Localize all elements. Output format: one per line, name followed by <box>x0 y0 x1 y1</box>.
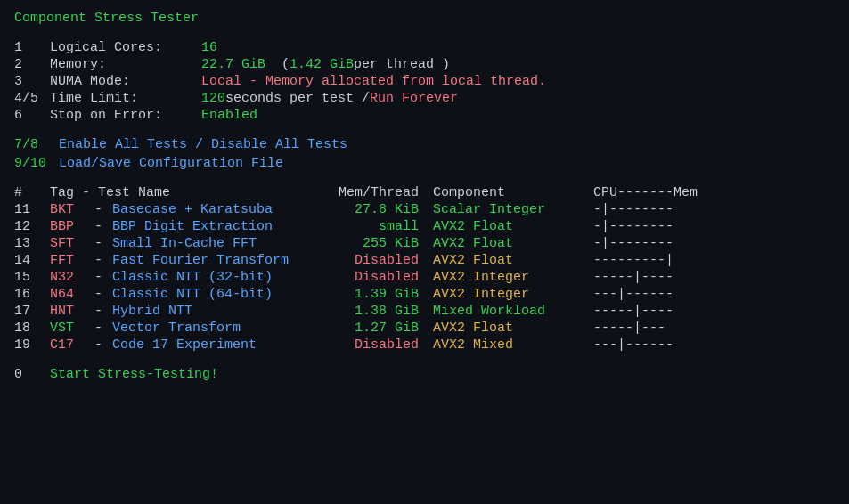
line-num-3: 3 <box>14 74 50 89</box>
row-dash-15: - <box>94 270 112 285</box>
config-label-6: Stop on Error: <box>50 108 201 123</box>
config-value-2b: ( <box>265 57 290 72</box>
row-mem-18: 1.27 GiB <box>326 321 433 336</box>
table-row[interactable]: 11 BKT - Basecase + Karatsuba 27.8 KiB S… <box>14 202 835 217</box>
config-value-45b: seconds per test / <box>225 91 370 106</box>
row-mem-14: Disabled <box>326 253 433 268</box>
row-dash-17: - <box>94 304 112 319</box>
row-comp-16: AVX2 Integer <box>433 287 593 302</box>
menu-num-78: 7/8 <box>14 137 59 152</box>
config-value-2c: 1.42 GiB <box>290 57 354 72</box>
start-num: 0 <box>14 367 50 382</box>
config-value-2a: 22.7 GiB <box>201 57 265 72</box>
row-comp-17: Mixed Workload <box>433 304 593 319</box>
line-num-2: 2 <box>14 57 50 72</box>
row-name-16: Classic NTT (64-bit) <box>112 287 326 302</box>
table-row[interactable]: 17 HNT - Hybrid NTT 1.38 GiB Mixed Workl… <box>14 304 835 319</box>
row-num-18: 18 <box>14 321 50 336</box>
table-row[interactable]: 14 FFT - Fast Fourier Transform Disabled… <box>14 253 835 268</box>
row-tag-11: BKT <box>50 202 94 217</box>
row-num-12: 12 <box>14 219 50 234</box>
row-tag-14: FFT <box>50 253 94 268</box>
row-name-11: Basecase + Karatsuba <box>112 202 326 217</box>
row-tag-15: N32 <box>50 270 94 285</box>
row-num-14: 14 <box>14 253 50 268</box>
row-tag-19: C17 <box>50 337 94 353</box>
table-row[interactable]: 13 SFT - Small In-Cache FFT 255 KiB AVX2… <box>14 236 835 251</box>
row-mem-16: 1.39 GiB <box>326 287 433 302</box>
row-mem-17: 1.38 GiB <box>326 304 433 319</box>
table-row[interactable]: 16 N64 - Classic NTT (64-bit) 1.39 GiB A… <box>14 287 835 302</box>
table-row[interactable]: 12 BBP - BBP Digit Extraction small AVX2… <box>14 219 835 234</box>
row-cpu-12: -|-------- <box>593 219 736 234</box>
line-num-1: 1 <box>14 40 50 55</box>
row-comp-19: AVX2 Mixed <box>433 337 593 353</box>
row-comp-11: Scalar Integer <box>433 202 593 217</box>
menu-section: 7/8 Enable All Tests / Disable All Tests… <box>14 137 835 171</box>
row-tag-16: N64 <box>50 287 94 302</box>
row-tag-18: VST <box>50 321 94 336</box>
row-name-14: Fast Fourier Transform <box>112 253 326 268</box>
row-cpu-17: -----|---- <box>593 304 736 319</box>
line-num-45: 4/5 <box>14 91 50 106</box>
row-comp-15: AVX2 Integer <box>433 270 593 285</box>
config-label-2: Memory: <box>50 57 201 72</box>
row-mem-11: 27.8 KiB <box>326 202 433 217</box>
row-dash-12: - <box>94 219 112 234</box>
row-name-12: BBP Digit Extraction <box>112 219 326 234</box>
row-comp-14: AVX2 Float <box>433 253 593 268</box>
row-num-11: 11 <box>14 202 50 217</box>
col-header-mem: Mem/Thread <box>326 185 433 200</box>
table-row[interactable]: 15 N32 - Classic NTT (32-bit) Disabled A… <box>14 270 835 285</box>
row-num-16: 16 <box>14 287 50 302</box>
table-row[interactable]: 19 C17 - Code 17 Experiment Disabled AVX… <box>14 337 835 353</box>
row-num-17: 17 <box>14 304 50 319</box>
table-row[interactable]: 18 VST - Vector Transform 1.27 GiB AVX2 … <box>14 321 835 336</box>
row-tag-13: SFT <box>50 236 94 251</box>
menu-row-78[interactable]: 7/8 Enable All Tests / Disable All Tests <box>14 137 835 152</box>
row-mem-13: 255 KiB <box>326 236 433 251</box>
row-mem-19: Disabled <box>326 337 433 353</box>
config-value-45c: Run Forever <box>370 91 458 106</box>
row-name-15: Classic NTT (32-bit) <box>112 270 326 285</box>
menu-label-78: Enable All Tests / Disable All Tests <box>59 137 347 152</box>
start-row[interactable]: 0 Start Stress-Testing! <box>14 367 835 382</box>
config-value-1: 16 <box>201 40 217 55</box>
config-value-45a: 120 <box>201 91 225 106</box>
config-value-3: Local - Memory allocated from local thre… <box>201 74 546 89</box>
row-cpu-15: -----|---- <box>593 270 736 285</box>
app-title: Component Stress Tester <box>14 11 835 26</box>
row-tag-12: BBP <box>50 219 94 234</box>
row-cpu-16: ---|------ <box>593 287 736 302</box>
row-cpu-13: -|-------- <box>593 236 736 251</box>
config-label-1: Logical Cores: <box>50 40 201 55</box>
col-header-num: # <box>14 185 50 200</box>
row-num-19: 19 <box>14 337 50 353</box>
config-row-2: 2 Memory: 22.7 GiB ( 1.42 GiB per thread… <box>14 57 835 72</box>
menu-num-910: 9/10 <box>14 156 59 171</box>
menu-label-910: Load/Save Configuration File <box>59 156 283 171</box>
table-section: # Tag - Test Name Mem/Thread Component C… <box>14 185 835 353</box>
row-num-13: 13 <box>14 236 50 251</box>
row-mem-12: small <box>326 219 433 234</box>
col-header-cpu: CPU-------Mem <box>593 185 736 200</box>
row-dash-14: - <box>94 253 112 268</box>
row-cpu-11: -|-------- <box>593 202 736 217</box>
row-mem-15: Disabled <box>326 270 433 285</box>
row-cpu-18: -----|--- <box>593 321 736 336</box>
row-comp-13: AVX2 Float <box>433 236 593 251</box>
line-num-6: 6 <box>14 108 50 123</box>
col-header-tag-name: Tag - Test Name <box>50 185 326 200</box>
row-tag-17: HNT <box>50 304 94 319</box>
menu-row-910[interactable]: 9/10 Load/Save Configuration File <box>14 156 835 171</box>
row-dash-16: - <box>94 287 112 302</box>
start-section[interactable]: 0 Start Stress-Testing! <box>14 367 835 382</box>
row-dash-13: - <box>94 236 112 251</box>
config-label-3: NUMA Mode: <box>50 74 201 89</box>
table-header: # Tag - Test Name Mem/Thread Component C… <box>14 185 835 200</box>
start-label: Start Stress-Testing! <box>50 367 218 382</box>
row-dash-19: - <box>94 337 112 353</box>
config-row-1: 1 Logical Cores: 16 <box>14 40 835 55</box>
config-section: 1 Logical Cores: 16 2 Memory: 22.7 GiB (… <box>14 40 835 123</box>
row-name-18: Vector Transform <box>112 321 326 336</box>
